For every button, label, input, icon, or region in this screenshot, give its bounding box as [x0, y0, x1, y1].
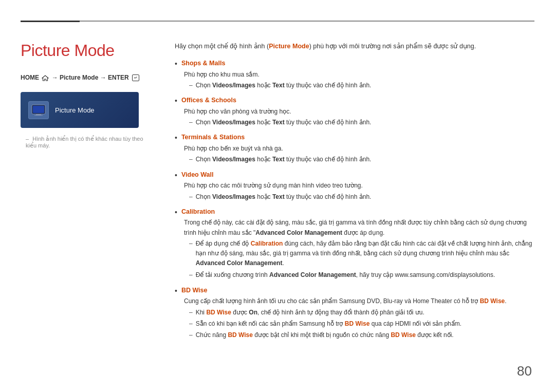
calibration-title: Calibration — [181, 208, 215, 215]
bd-wise-sub3: – Chức năng BD Wise được bật chỉ khi một… — [189, 330, 534, 340]
page-number: 80 — [517, 363, 532, 379]
section-calibration: • Calibration Trong chế độ này, các cài … — [175, 208, 534, 281]
intro-highlight: Picture Mode — [269, 43, 309, 50]
calibration-bullet: • Calibration — [175, 208, 534, 217]
bd-wise-sub2: – Sẵn có khi bạn kết nối các sản phẩm Sa… — [189, 319, 534, 329]
shops-malls-bullet: • Shops & Malls — [175, 60, 534, 68]
section-offices-schools: • Offices & Schools Phù hợp cho văn phòn… — [175, 97, 534, 127]
section-bd-wise: • BD Wise Cung cấp chất lượng hình ảnh t… — [175, 287, 534, 341]
shops-malls-title: Shops & Malls — [181, 60, 225, 67]
video-wall-title: Video Wall — [181, 171, 214, 178]
section-video-wall: • Video Wall Phù hợp cho các môi trường … — [175, 171, 534, 202]
svg-marker-0 — [42, 76, 48, 81]
top-divider — [21, 21, 534, 22]
terminals-stations-sub: – Chọn Videos/Images hoặc Text tùy thuộc… — [189, 155, 534, 164]
offices-schools-bullet: • Offices & Schools — [175, 97, 534, 105]
svg-rect-4 — [34, 115, 43, 116]
terminals-stations-bullet: • Terminals & Stations — [175, 134, 534, 142]
nav-arrow2: → — [100, 74, 108, 81]
shops-malls-desc: Phù hợp cho khu mua sắm. — [184, 70, 534, 80]
svg-rect-3 — [36, 114, 41, 115]
note-content: Hình ảnh hiển thị có thể khác nhau tùy t… — [26, 136, 143, 148]
nav-home: HOME — [21, 74, 39, 81]
note-text: – Hình ảnh hiển thị có thể khác nhau tùy… — [21, 136, 144, 149]
top-accent-line — [21, 21, 80, 22]
offices-schools-sub: – Chọn Videos/Images hoặc Text tùy thuộc… — [189, 118, 534, 127]
left-panel: Picture Mode HOME → Picture Mode → ENTER… — [0, 26, 164, 392]
offices-schools-title: Offices & Schools — [181, 97, 236, 104]
bd-wise-sub1: – Khi BD Wise được On, chế độ hình ảnh t… — [189, 308, 534, 318]
nav-enter-label: ENTER — [108, 74, 129, 81]
terminals-stations-title: Terminals & Stations — [181, 134, 245, 141]
nav-arrow1: → — [52, 74, 60, 81]
nav-instruction: HOME → Picture Mode → ENTER ↵ — [21, 73, 144, 83]
picture-mode-icon — [28, 101, 49, 119]
terminals-stations-desc: Phù hợp cho bến xe buýt và nhà ga. — [184, 144, 534, 154]
picture-mode-label: Picture Mode — [55, 106, 95, 114]
bd-wise-bullet: • BD Wise — [175, 287, 534, 295]
section-terminals-stations: • Terminals & Stations Phù hợp cho bến x… — [175, 134, 534, 164]
shops-malls-sub: – Chọn Videos/Images hoặc Text tùy thuộc… — [189, 81, 534, 90]
intro-text: Hãy chọn một chế độ hình ảnh (Picture Mo… — [175, 41, 534, 51]
calibration-sub1: – Để áp dụng chế độ Calibration đúng các… — [189, 239, 534, 269]
bd-wise-title: BD Wise — [181, 287, 208, 294]
video-wall-bullet: • Video Wall — [175, 171, 534, 180]
video-wall-sub: – Chọn Videos/Images hoặc Text tùy thuộc… — [189, 192, 534, 202]
offices-schools-desc: Phù hợp cho văn phòng và trường học. — [184, 107, 534, 117]
enter-icon: ↵ — [132, 74, 139, 81]
calibration-sub2: – Để tải xuống chương trình Advanced Col… — [189, 270, 534, 280]
section-list: • Shops & Malls Phù hợp cho khu mua sắm.… — [175, 60, 534, 340]
nav-middle: Picture Mode — [60, 74, 98, 81]
page-title: Picture Mode — [21, 41, 144, 60]
picture-mode-box: Picture Mode — [21, 92, 139, 128]
note-dash: – — [26, 136, 29, 142]
section-shops-malls: • Shops & Malls Phù hợp cho khu mua sắm.… — [175, 60, 534, 90]
right-panel: Hãy chọn một chế độ hình ảnh (Picture Mo… — [164, 26, 555, 392]
home-icon — [41, 74, 51, 81]
video-wall-desc: Phù hợp cho các môi trường sử dụng màn h… — [184, 181, 534, 191]
svg-rect-2 — [33, 106, 44, 113]
calibration-desc1: Trong chế độ này, các cài đặt độ sáng, m… — [184, 218, 534, 237]
bd-wise-desc: Cung cấp chất lượng hình ảnh tối ưu cho … — [184, 296, 534, 306]
